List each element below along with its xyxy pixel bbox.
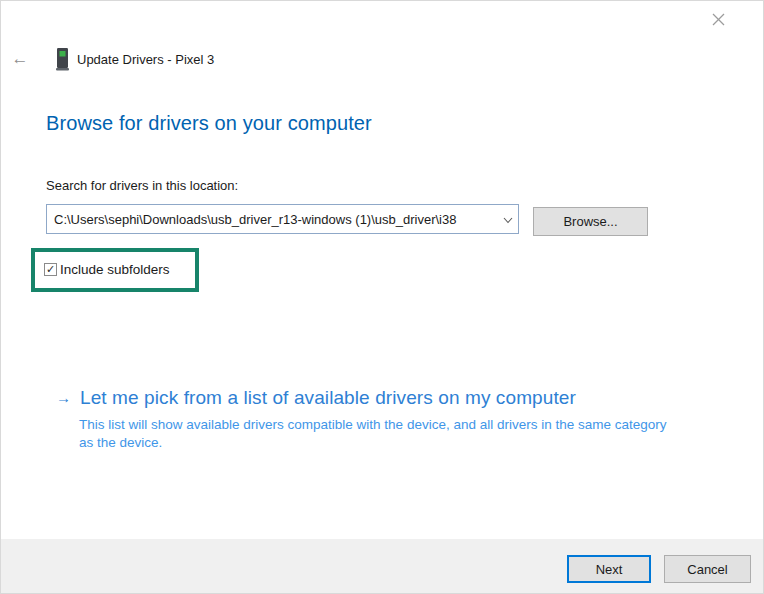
include-subfolders-checkbox[interactable]: ✓ (44, 263, 57, 276)
close-button[interactable] (707, 10, 729, 32)
page-title: Browse for drivers on your computer (46, 112, 372, 135)
next-button[interactable]: Next (567, 555, 651, 583)
close-icon (711, 12, 726, 31)
back-arrow-icon: ← (12, 49, 29, 68)
combobox-dropdown-button[interactable] (498, 205, 518, 233)
chevron-down-icon (503, 210, 513, 228)
cancel-button[interactable]: Cancel (664, 555, 751, 583)
checkmark-icon: ✓ (46, 264, 55, 275)
back-button[interactable]: ← (7, 47, 33, 71)
browse-button[interactable]: Browse... (533, 207, 648, 236)
pick-from-list-link[interactable]: Let me pick from a list of available dri… (80, 387, 576, 409)
include-subfolders-option[interactable]: ✓ Include subfolders (44, 262, 170, 277)
wizard-title: Update Drivers - Pixel 3 (77, 52, 214, 67)
update-drivers-wizard-window: ← Update Drivers - Pixel 3 Browse for dr… (0, 0, 764, 594)
driver-path-combobox[interactable] (46, 204, 519, 234)
driver-path-input[interactable] (47, 212, 498, 227)
include-subfolders-label: Include subfolders (60, 262, 170, 277)
right-arrow-icon: → (56, 387, 71, 409)
search-location-label: Search for drivers in this location: (46, 178, 238, 193)
android-device-icon (56, 48, 69, 71)
pick-from-list-option[interactable]: → Let me pick from a list of available d… (56, 387, 576, 409)
pick-from-list-description: This list will show available drivers co… (79, 416, 674, 452)
